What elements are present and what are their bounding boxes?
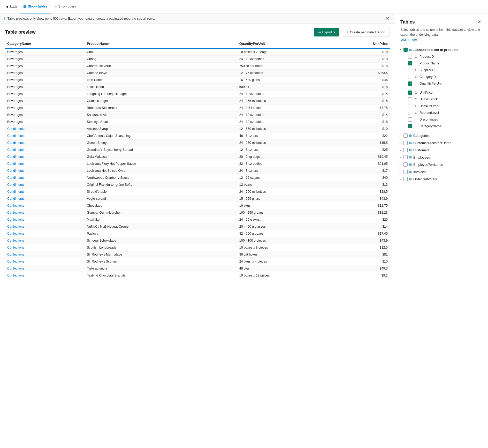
content-area: ℹ Table previews only show up to 500 row… <box>0 13 395 448</box>
table-checkbox[interactable] <box>403 133 408 138</box>
tree-chevron-icon[interactable]: ▸ <box>398 141 402 144</box>
table-cell: $12.75 <box>336 202 390 209</box>
tree-chevron-icon[interactable]: ▾ <box>398 48 402 51</box>
column-checkbox[interactable]: ✓ <box>408 91 412 95</box>
column-item[interactable]: ΣSupplierID <box>395 67 488 73</box>
export-button[interactable]: ⇥ Export ▾ <box>314 28 340 36</box>
table-cell: Louisiana Fiery Hot Pepper Sauce <box>85 160 237 167</box>
table-item-header[interactable]: ▸⊞Order Subtotals <box>395 175 488 183</box>
tree-chevron-icon[interactable]: ▸ <box>398 178 402 181</box>
tree-chevron-icon[interactable]: ▸ <box>398 170 402 173</box>
table-cell: Beverages <box>5 118 85 125</box>
table-cell: $10 <box>336 258 390 265</box>
table-tree-item: ▸⊞Categories <box>395 132 488 139</box>
column-checkbox[interactable] <box>408 111 412 115</box>
table-item-header[interactable]: ▸⊞Categories <box>395 132 488 139</box>
table-cell: 10 boxes x 20 bags <box>237 48 336 56</box>
tree-chevron-icon[interactable]: ▸ <box>398 149 402 152</box>
column-checkbox[interactable] <box>408 55 412 59</box>
page-title: Table preview <box>5 29 36 35</box>
table-cell: Rhönbräu Klosterbier <box>85 104 237 111</box>
column-checkbox[interactable]: ✓ <box>408 61 412 65</box>
column-item[interactable]: ΣReorderLevel <box>395 109 488 116</box>
table-item-header[interactable]: ▾✓⊞Alphabetical list of products <box>395 46 488 53</box>
show-tables-tab[interactable]: ▦ Show tables <box>20 0 51 13</box>
table-cell: Beverages <box>5 48 85 56</box>
table-item-header[interactable]: ▸⊞CustomerCustomerDemo <box>395 139 488 146</box>
table-icon: ▦ <box>23 4 26 8</box>
table-checkbox[interactable]: ✓ <box>403 48 408 52</box>
table-cell: Grandma's Boysenberry Spread <box>85 146 237 153</box>
table-cell: 12 - 75 cl bottles <box>237 70 336 77</box>
table-checkbox[interactable] <box>403 162 408 167</box>
table-cell: $263.5 <box>336 70 390 77</box>
table-item-header[interactable]: ▸⊞Employees <box>395 154 488 161</box>
table-grid-icon: ⊞ <box>409 177 412 181</box>
back-button[interactable]: ◀ Back <box>3 3 20 10</box>
table-item-header[interactable]: ▸⊞EmployeeTerritories <box>395 161 488 168</box>
back-icon: ◀ <box>6 5 8 9</box>
table-checkbox[interactable] <box>403 177 408 181</box>
tree-chevron-icon[interactable]: ▸ <box>398 134 402 137</box>
table-cell: Scottish Longbreads <box>85 244 237 251</box>
column-checkbox[interactable] <box>408 97 412 101</box>
table-cell: $18 <box>336 84 390 91</box>
panel-close-button[interactable]: ✕ <box>476 19 483 25</box>
table-checkbox[interactable] <box>403 155 408 159</box>
learn-more-link[interactable]: Learn more <box>400 38 417 41</box>
column-checkbox[interactable] <box>408 68 412 72</box>
table-cell: Beverages <box>5 63 85 70</box>
table-grid-icon: ⊞ <box>409 141 412 145</box>
table-cell: Beverages <box>5 56 85 63</box>
table-row: CondimentsSirop d'érable24 - 500 ml bott… <box>5 188 390 195</box>
table-name-label: Employees <box>413 155 485 159</box>
show-query-tab[interactable]: ≡ Show query <box>51 0 80 13</box>
table-grid-icon: ⊞ <box>409 163 412 166</box>
table-checkbox[interactable] <box>403 170 408 174</box>
column-item[interactable]: ✓QuantityPerUnit <box>395 80 488 87</box>
table-row: CondimentsLouisiana Fiery Hot Pepper Sau… <box>5 160 390 167</box>
table-cell: 48 pies <box>237 265 336 272</box>
table-cell: Beverages <box>5 104 85 111</box>
header-row: CategoryName ProductName QuantityPerUnit… <box>5 40 390 48</box>
column-item[interactable]: ✓ΣUnitPrice <box>395 89 488 96</box>
column-checkbox[interactable]: ✓ <box>408 81 412 86</box>
column-item[interactable]: ΣUnitsOnOrder <box>395 103 488 109</box>
column-item[interactable]: ✓ProductName <box>395 60 488 67</box>
column-checkbox[interactable] <box>408 117 412 122</box>
column-item[interactable]: Discontinued <box>395 116 488 123</box>
table-row: BeveragesCôte de Blaye12 - 75 cl bottles… <box>5 70 390 77</box>
create-paginated-button[interactable]: + Create paginated report <box>342 28 390 36</box>
panel-description: Select tables and columns from this data… <box>395 27 488 46</box>
table-cell: Schoggi Schokolade <box>85 237 237 244</box>
header-actions: ⇥ Export ▾ + Create paginated report <box>314 28 390 36</box>
table-checkbox[interactable] <box>403 141 408 145</box>
table-cell: Confections <box>5 216 85 223</box>
info-close-button[interactable]: ✕ <box>384 16 391 21</box>
column-item[interactable]: ΣProductID <box>395 53 488 60</box>
table-item-header[interactable]: ▸⊞Customers <box>395 146 488 154</box>
table-cell: 10 pkgs. <box>237 202 336 209</box>
table-cell: 24 - 12 oz bottles <box>237 56 336 63</box>
column-checkbox[interactable] <box>408 104 412 108</box>
table-cell: $17.45 <box>336 230 390 237</box>
table-row: BeveragesLaughing Lumberjack Lager24 - 1… <box>5 91 390 98</box>
table-cell: 24 - 12 oz bottles <box>237 111 336 118</box>
table-grid-icon: ⊞ <box>409 48 412 51</box>
tree-chevron-icon[interactable]: ▸ <box>398 156 402 159</box>
table-checkbox[interactable] <box>403 148 408 152</box>
table-item-header[interactable]: ▸⊞Invoices <box>395 168 488 175</box>
table-cell: $14 <box>336 111 390 118</box>
column-item[interactable]: ΣCategoryID <box>395 73 488 80</box>
table-container[interactable]: CategoryName ProductName QuantityPerUnit… <box>0 40 395 448</box>
table-cell: 24 - 12 oz bottles <box>237 91 336 98</box>
column-item[interactable]: ✓CategoryName <box>395 123 488 130</box>
column-name-label: Discontinued <box>420 118 438 121</box>
table-name-label: Categories <box>413 134 485 138</box>
column-item[interactable]: ΣUnitsInStock <box>395 96 488 103</box>
table-row: CondimentsLouisiana Hot Spiced Okra24 - … <box>5 167 390 174</box>
column-checkbox[interactable] <box>408 75 412 79</box>
sigma-icon: Σ <box>414 55 418 58</box>
column-checkbox[interactable]: ✓ <box>408 124 412 128</box>
tree-chevron-icon[interactable]: ▸ <box>398 163 402 166</box>
